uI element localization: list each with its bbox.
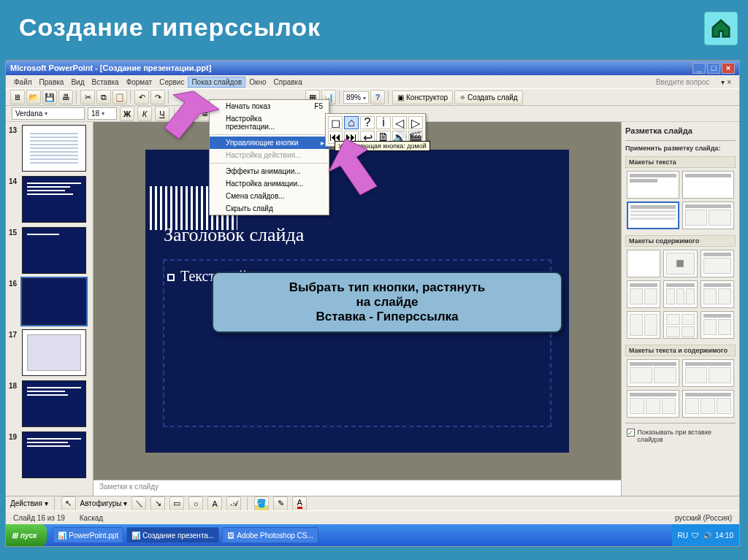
task-item[interactable]: 📊 Создание презента... [126,527,219,543]
menu-file[interactable]: Файл [10,77,36,88]
layout-option[interactable] [663,250,697,277]
layout-option[interactable] [701,311,734,339]
menu-anim-setup[interactable]: Настройка анимации... [210,177,329,190]
layout-option[interactable] [682,359,735,387]
svg-marker-2 [329,139,377,195]
menu-tools[interactable]: Сервис [156,77,188,88]
thumb-17[interactable]: 17 [9,329,90,376]
font-combo[interactable]: Verdana▾ [12,107,85,120]
menu-anim-effects[interactable]: Эффекты анимации... [210,165,329,177]
menu-edit[interactable]: Правка [36,77,68,88]
menu-transition[interactable]: Смена слайдов... [210,190,329,202]
line-icon[interactable]: ＼ [131,496,146,511]
layout-option[interactable] [627,250,660,277]
standard-toolbar: 🗎 📂 💾 🖶 ✂ ⧉ 📋 ↶ ↷ ▦ 📊 89%▾ ? ▣ Конструкт… [6,88,739,106]
layout-option[interactable] [627,359,679,387]
layout-option[interactable] [627,311,660,339]
menu-action-buttons[interactable]: Управляющие кнопки▸ [210,137,329,149]
layout-option[interactable] [627,202,679,229]
save-icon[interactable]: 💾 [42,90,57,104]
tray-lang[interactable]: RU [678,532,688,540]
new-doc-icon[interactable]: 🗎 [10,90,25,104]
palette-btn[interactable]: ◻ [328,116,343,129]
size-combo[interactable]: 18▾ [88,107,117,120]
layout-option[interactable] [701,280,734,308]
open-icon[interactable]: 📂 [26,90,41,104]
pointer-arrow-1 [142,88,223,149]
menu-slideshow[interactable]: Показ слайдов [188,77,245,88]
designer-button[interactable]: ▣ Конструктор [392,91,453,104]
palette-btn-home[interactable]: ⌂ [344,116,359,129]
layout-option[interactable] [627,280,660,308]
fill-icon[interactable]: 🪣 [254,496,269,511]
layout-option[interactable] [663,311,697,339]
palette-btn[interactable]: ▷ [408,116,423,129]
menu-format[interactable]: Формат [123,77,156,88]
start-button[interactable]: ⊞ пуск [6,524,47,546]
home-button[interactable] [704,12,738,45]
thumb-18[interactable]: 18 [9,380,90,427]
layout-option[interactable] [682,171,735,199]
instruction-box: Выбрать тип кнопки, растянуть на слайде … [212,272,562,333]
thumb-13[interactable]: 13 [9,125,90,172]
zoom-combo[interactable]: 89%▾ [343,91,369,104]
minimize-button[interactable]: _ [692,63,706,74]
layout-option[interactable] [682,390,735,418]
copy-icon[interactable]: ⧉ [96,90,111,104]
menu-window[interactable]: Окно [245,77,270,88]
layout-option[interactable] [701,250,734,277]
layout-option[interactable] [627,390,679,418]
actions-menu[interactable]: Действия ▾ [10,499,48,507]
menu-view[interactable]: Вид [67,77,88,88]
menu-setup-show[interactable]: Настройка презентации... [210,112,329,133]
notes-pane[interactable]: Заметки к слайду [94,480,621,496]
textbox-icon[interactable]: A [207,496,222,511]
app-title: Microsoft PowerPoint - [Создание презент… [10,64,211,72]
menu-hide-slide[interactable]: Скрыть слайд [210,202,329,215]
line-color-icon[interactable]: ✎ [273,496,288,511]
autoshapes-menu[interactable]: Автофигуры ▾ [80,499,128,507]
palette-btn[interactable]: ◁ [392,116,407,129]
taskpane-checkbox[interactable]: ✓Показывать при вставке слайдов [625,426,736,446]
bold-icon[interactable]: Ж [120,107,134,121]
arrow-icon[interactable]: ↘ [150,496,165,511]
slide-title[interactable]: Заголовок слайда [164,224,304,246]
help-icon[interactable]: ? [370,90,385,104]
thumb-15[interactable]: 15 [9,227,90,274]
task-item[interactable]: 🖼 Adobe Photoshop CS... [222,527,318,543]
help-hint[interactable]: Введите вопрос [652,77,714,88]
status-lang: русский (Россия) [675,514,732,522]
menu-help[interactable]: Справка [270,77,306,88]
rect-icon[interactable]: ▭ [169,496,184,511]
system-tray[interactable]: RU 🛡 🔊 14:10 [672,524,739,546]
layout-option[interactable] [663,280,697,308]
menu-start-show[interactable]: Начать показF5 [210,100,329,112]
close-button[interactable]: × [722,63,735,74]
layout-option[interactable] [682,202,735,229]
font-color-icon[interactable]: A [292,496,307,511]
layout-option[interactable] [627,171,679,199]
palette-btn[interactable]: ? [360,116,375,129]
palette-btn[interactable]: i [376,116,391,129]
pointer-arrow-2 [320,135,386,200]
thumb-16[interactable]: 16 [9,278,90,325]
paste-icon[interactable]: 📋 [112,90,127,104]
tray-icon[interactable]: 🔊 [703,532,711,540]
task-item[interactable]: 📊 PowerPoint.ppt [53,527,123,543]
wordart-icon[interactable]: 𝒜 [226,496,241,511]
taskpane-apply-label: Применить разметку слайда: [625,143,736,153]
thumb-14[interactable]: 14 [9,176,90,223]
tray-icon[interactable]: 🛡 [692,532,699,540]
maximize-button[interactable]: □ [707,63,720,74]
pointer-icon[interactable]: ↖ [61,496,76,511]
new-slide-button[interactable]: ✧ Создать слайд [454,91,523,104]
thumb-19[interactable]: 19 [9,431,90,478]
menu-insert[interactable]: Вставка [88,77,122,88]
menu-action-settings: Настройка действия... [210,149,329,161]
cut-icon[interactable]: ✂ [80,90,95,104]
status-slide: Слайд 16 из 19 [13,514,65,522]
page-title: Создание гиперссылок [0,0,748,49]
oval-icon[interactable]: ○ [188,496,203,511]
taskpane-title: Разметка слайда [625,125,736,138]
print-icon[interactable]: 🖶 [58,90,73,104]
